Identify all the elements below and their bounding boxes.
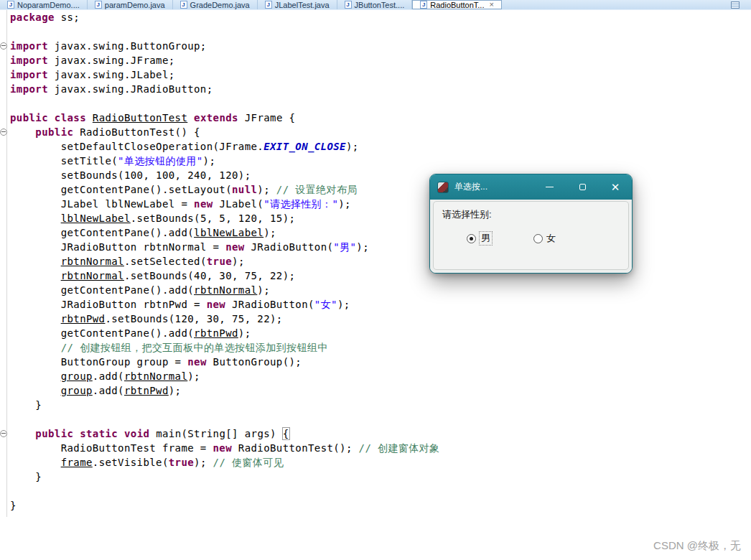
code-line: frame.setVisible(true); // 使窗体可见	[0, 455, 751, 470]
maximize-button[interactable]	[566, 174, 599, 200]
tab-overflow-icon[interactable]	[731, 1, 740, 9]
radio-group: 男女	[467, 232, 556, 245]
code-line: public class RadioButtonTest extends JFr…	[0, 111, 751, 125]
minimize-button[interactable]	[533, 174, 566, 200]
tab-label: NoparamDemo....	[17, 1, 80, 9]
tab-radiobuttont[interactable]: JRadioButtonT...×	[412, 0, 502, 9]
code-line: import javax.swing.JFrame;	[0, 53, 751, 67]
minimize-icon	[546, 187, 554, 187]
java-file-icon: J	[420, 1, 427, 9]
tab-label: paramDemo.java	[105, 1, 165, 9]
fold-collapse-icon[interactable]	[0, 129, 7, 136]
tab-label: JLabelTest.java	[275, 1, 330, 9]
code-line: }	[0, 470, 751, 484]
code-line: import javax.swing.JLabel;	[0, 67, 751, 82]
code-area[interactable]: package ss;import javax.swing.ButtonGrou…	[0, 10, 751, 513]
radio-label: 女	[546, 232, 556, 245]
java-file-icon: J	[7, 1, 14, 9]
dialog-titlebar[interactable]: 单选按... ✕	[430, 174, 632, 200]
tab-gradedemo-java[interactable]: JGradeDemo.java	[173, 0, 258, 9]
code-line: JRadioButton rbtnPwd = new JRadioButton(…	[0, 297, 751, 312]
ide-window: JNoparamDemo....JparamDemo.javaJGradeDem…	[0, 0, 751, 560]
watermark: CSDN @终极，无	[653, 539, 741, 553]
code-line: group.add(rbtnPwd);	[0, 383, 751, 398]
java-file-icon: J	[345, 1, 352, 9]
code-line: getContentPane().add(rbtnPwd);	[0, 326, 751, 340]
tab-noparamdemo[interactable]: JNoparamDemo....	[0, 0, 88, 9]
radio-selected-icon[interactable]	[467, 234, 476, 243]
code-line: getContentPane().add(lblNewLabel);	[0, 225, 751, 240]
code-line: public static void main(String[] args) {	[0, 426, 751, 441]
tab-label: GradeDemo.java	[190, 1, 250, 9]
code-line: rbtnPwd.setBounds(120, 30, 75, 22);	[0, 312, 751, 326]
close-button[interactable]: ✕	[599, 174, 632, 200]
java-file-icon: J	[265, 1, 272, 9]
radio-unselected-icon[interactable]	[533, 234, 543, 243]
window-icon	[437, 182, 449, 193]
code-line: group.add(rbtnNormal);	[0, 369, 751, 383]
code-line: public RadioButtonTest() {	[0, 125, 751, 139]
code-line: JRadioButton rbtnNormal = new JRadioButt…	[0, 240, 751, 254]
code-line: getContentPane().add(rbtnNormal);	[0, 283, 751, 297]
radio-option[interactable]: 女	[533, 232, 556, 245]
code-line	[0, 412, 751, 426]
code-line: import javax.swing.JRadioButton;	[0, 82, 751, 96]
radio-label: 男	[480, 232, 492, 245]
fold-collapse-icon[interactable]	[0, 42, 7, 50]
tab-paramdemo-java[interactable]: JparamDemo.java	[88, 0, 173, 9]
code-line: setBounds(100, 100, 240, 120);	[0, 168, 751, 182]
close-tab-icon[interactable]: ×	[489, 1, 493, 9]
gender-label: 请选择性别:	[442, 208, 492, 221]
code-line: }	[0, 398, 751, 412]
tab-label: JButtonTest....	[355, 1, 405, 9]
code-line: getContentPane().setLayout(null); // 设置绝…	[0, 182, 751, 197]
code-line: setTitle("单选按钮的使用");	[0, 154, 751, 168]
code-line: rbtnNormal.setBounds(40, 30, 75, 22);	[0, 269, 751, 283]
code-line: ButtonGroup group = new ButtonGroup();	[0, 355, 751, 369]
radio-option[interactable]: 男	[467, 232, 492, 245]
code-editor[interactable]: package ss;import javax.swing.ButtonGrou…	[0, 10, 751, 560]
maximize-icon	[579, 184, 586, 190]
tab-bar: JNoparamDemo....JparamDemo.javaJGradeDem…	[0, 0, 751, 10]
java-file-icon: J	[180, 1, 187, 9]
code-line: lblNewLabel.setBounds(5, 5, 120, 15);	[0, 211, 751, 225]
tab-strip: JNoparamDemo....JparamDemo.javaJGradeDem…	[0, 0, 502, 9]
code-line: setDefaultCloseOperation(JFrame.EXIT_ON_…	[0, 139, 751, 154]
code-line: rbtnNormal.setSelected(true);	[0, 254, 751, 269]
dialog-title: 单选按...	[454, 181, 533, 193]
swing-dialog: 单选按... ✕ 请选择性别: 男女	[429, 174, 633, 274]
tab-jbuttontest[interactable]: JJButtonTest....	[337, 0, 413, 9]
code-line: }	[0, 498, 751, 513]
java-file-icon: J	[95, 1, 102, 9]
dialog-body: 请选择性别: 男女	[430, 200, 632, 273]
code-line: RadioButtonTest frame = new RadioButtonT…	[0, 441, 751, 455]
code-line	[0, 484, 751, 498]
code-line	[0, 96, 751, 111]
code-line: package ss;	[0, 10, 751, 24]
code-line: import javax.swing.ButtonGroup;	[0, 39, 751, 53]
code-line: JLabel lblNewLabel = new JLabel("请选择性别："…	[0, 197, 751, 211]
code-line	[0, 24, 751, 39]
fold-collapse-icon[interactable]	[0, 430, 7, 437]
code-line: // 创建按钮组，把交互面板中的单选按钮添加到按钮组中	[0, 340, 751, 355]
dialog-content-panel: 请选择性别: 男女	[433, 201, 629, 270]
tab-label: RadioButtonT...	[430, 1, 484, 9]
tab-jlabeltest-java[interactable]: JJLabelTest.java	[258, 0, 337, 9]
